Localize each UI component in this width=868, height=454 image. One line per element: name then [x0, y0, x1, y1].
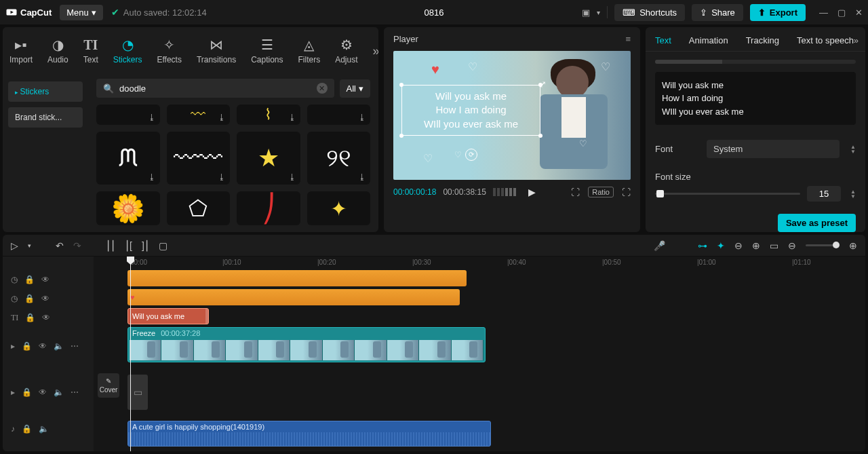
tab-import[interactable]: ▸▪Import: [9, 37, 33, 64]
more-tabs-icon[interactable]: »: [373, 44, 378, 58]
delete-icon[interactable]: ▢: [159, 240, 167, 251]
tab-audio[interactable]: ◑Audio: [47, 37, 68, 64]
menu-button[interactable]: Menu ▾: [60, 5, 103, 20]
frame-strip-icon[interactable]: [493, 188, 516, 196]
eye-icon[interactable]: 👁: [39, 387, 47, 397]
sticker-item[interactable]: ୨୧⭳: [307, 132, 371, 185]
play-button[interactable]: ▶: [528, 187, 536, 197]
chevron-down-icon[interactable]: ▾: [28, 242, 31, 249]
text-clip[interactable]: Will you ask me: [127, 308, 209, 324]
mic-icon[interactable]: 🎤: [654, 240, 665, 251]
category-stickers[interactable]: ▸ Stickers: [8, 81, 83, 102]
tab-effects[interactable]: ✧Effects: [157, 37, 181, 64]
tab-stickers[interactable]: ◔Stickers: [113, 37, 142, 64]
insp-tab-tts[interactable]: Text to speech: [797, 35, 854, 45]
split-left-icon[interactable]: ⎮[: [125, 240, 132, 251]
eye-icon[interactable]: 👁: [41, 294, 50, 303]
lock-icon[interactable]: 🔒: [24, 294, 35, 303]
download-icon[interactable]: ⭳: [288, 113, 296, 122]
tab-transitions[interactable]: ⋈Transitions: [197, 37, 236, 64]
link-icon[interactable]: ⊖: [734, 240, 743, 251]
crop-icon[interactable]: ⛶: [571, 187, 580, 197]
download-icon[interactable]: ⭳: [358, 113, 366, 122]
insp-tab-animation[interactable]: Animation: [689, 35, 728, 45]
sticker-item[interactable]: ⬠: [167, 191, 231, 225]
effect-clip[interactable]: [127, 270, 467, 286]
download-icon[interactable]: ⭳: [148, 172, 156, 182]
zoom-in-icon[interactable]: ⊕: [849, 240, 857, 251]
sticker-item[interactable]: ✦: [307, 191, 371, 225]
mute-icon[interactable]: 🔈: [54, 387, 64, 397]
close-icon[interactable]: ✕: [855, 7, 863, 18]
download-icon[interactable]: ⭳: [358, 172, 366, 182]
sticker-item[interactable]: ⎠: [237, 191, 300, 225]
sticker-item[interactable]: 〰⭳: [167, 105, 231, 125]
playhead[interactable]: [130, 257, 131, 451]
sticker-item[interactable]: ⭳: [96, 105, 160, 125]
timeline-tracks[interactable]: 00:00 |00:10 |00:20 |00:30 |00:40 |00:50…: [94, 257, 865, 451]
search-input[interactable]: [119, 83, 311, 94]
video-clip[interactable]: Freeze00:00:37:28: [127, 327, 486, 362]
insp-tab-tracking[interactable]: Tracking: [746, 35, 779, 45]
sticker-item[interactable]: ᙏ⭳: [96, 132, 160, 185]
lock-icon[interactable]: 🔒: [22, 341, 32, 351]
more-icon[interactable]: ⋯: [71, 341, 79, 351]
maximize-icon[interactable]: ▢: [837, 7, 846, 18]
sticker-item[interactable]: ⌇⭳: [237, 105, 300, 125]
share-button[interactable]: ⇪ Share: [692, 4, 743, 21]
lock-icon[interactable]: 🔒: [25, 313, 35, 322]
tab-captions[interactable]: ☰Captions: [251, 37, 283, 64]
tab-text[interactable]: TIText: [83, 37, 98, 64]
download-icon[interactable]: ⭳: [218, 113, 226, 122]
rotate-icon[interactable]: ⟳: [465, 149, 477, 161]
timeline-ruler[interactable]: 00:00 |00:10 |00:20 |00:30 |00:40 |00:50…: [94, 257, 865, 270]
lock-icon[interactable]: 🔒: [24, 275, 35, 284]
font-size-value[interactable]: 15: [807, 186, 841, 202]
tab-adjust[interactable]: ⚙Adjust: [335, 37, 357, 64]
effect-clip[interactable]: ♥: [127, 289, 460, 305]
font-stepper[interactable]: ▲▼: [850, 145, 856, 154]
tab-filters[interactable]: ◬Filters: [298, 37, 321, 64]
sticker-item[interactable]: ★⭳: [237, 132, 300, 185]
save-preset-button[interactable]: Save as preset: [778, 214, 856, 232]
download-icon[interactable]: ⭳: [288, 172, 296, 182]
split-right-icon[interactable]: ]⎮: [142, 240, 149, 251]
eye-icon[interactable]: 👁: [41, 275, 50, 284]
minimize-icon[interactable]: —: [819, 7, 828, 18]
insp-tab-text[interactable]: Text: [655, 35, 671, 45]
player-menu-icon[interactable]: ≡: [625, 34, 631, 44]
font-size-slider[interactable]: [655, 193, 800, 195]
align-icon[interactable]: ⊕: [752, 240, 760, 251]
size-stepper[interactable]: ▲▼: [850, 189, 856, 199]
mute-icon[interactable]: 🔈: [39, 424, 49, 434]
shortcuts-button[interactable]: ⌨ Shortcuts: [614, 4, 685, 21]
download-icon[interactable]: ⭳: [218, 172, 226, 182]
download-icon[interactable]: ⭳: [148, 113, 156, 122]
audio-clip[interactable]: A cute girl is happily shopping(1401919): [127, 421, 491, 447]
redo-icon[interactable]: ↷: [73, 240, 81, 251]
lock-icon[interactable]: 🔒: [22, 387, 32, 397]
preview-icon[interactable]: ▭: [770, 240, 778, 251]
sticker-item[interactable]: 🌼: [96, 191, 160, 225]
zoom-slider[interactable]: [806, 244, 840, 246]
pointer-tool-icon[interactable]: ▷: [11, 240, 18, 251]
zoom-out-icon[interactable]: ⊖: [788, 240, 796, 251]
fullscreen-icon[interactable]: ⛶: [622, 187, 631, 197]
undo-icon[interactable]: ↶: [56, 240, 64, 251]
chevron-down-icon[interactable]: ▾: [597, 9, 600, 16]
clear-search-icon[interactable]: ✕: [317, 83, 328, 94]
more-icon[interactable]: »: [854, 35, 859, 45]
text-overlay-selection[interactable]: ⤢ Will you ask me How I am doing WIll yo…: [401, 85, 540, 136]
player-canvas[interactable]: ♥ ♡ ♡ ♡ ♡ ♡ ⤢ Will you ask me How I am d…: [393, 51, 631, 180]
lock-icon[interactable]: 🔒: [22, 424, 32, 434]
layout-icon[interactable]: ▣: [582, 7, 590, 18]
eye-icon[interactable]: 👁: [39, 341, 47, 351]
sticker-item[interactable]: 〰〰⭳: [167, 132, 231, 185]
resize-icon[interactable]: ⤢: [538, 79, 547, 90]
cover-button[interactable]: ✎Cover: [98, 373, 119, 398]
magnet-icon[interactable]: ⊶: [698, 240, 707, 251]
export-button[interactable]: ⬆ Export: [750, 4, 806, 21]
sticker-item[interactable]: ⭳: [307, 105, 371, 125]
ratio-button[interactable]: Ratio: [588, 187, 614, 197]
linkage-icon[interactable]: ✦: [717, 240, 725, 251]
